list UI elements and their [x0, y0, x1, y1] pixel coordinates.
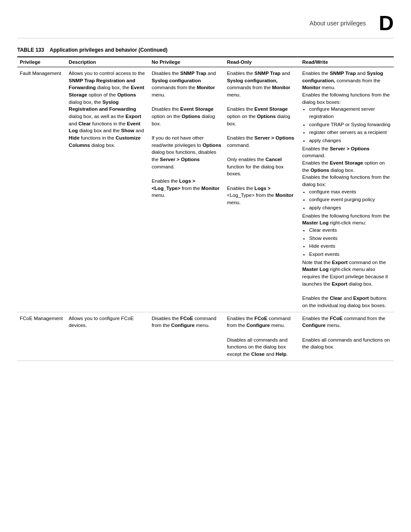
readwrite-cell-fault: Enables the SNMP Trap and Syslog configu… — [299, 67, 394, 312]
col-header-readwrite: Read/Write — [299, 57, 394, 67]
readonly-cell-fcoe: Enables the FCoE command from the Config… — [224, 312, 300, 361]
table-number: TABLE 133 — [17, 47, 44, 53]
col-header-readonly: Read-Only — [224, 57, 300, 67]
header-letter: D — [379, 13, 394, 34]
description-cell-fcoe: Allows you to configure FCoE devices. — [66, 312, 149, 361]
page-header: About user privileges D — [17, 13, 394, 38]
readwrite-bullets1-fault: configure Management server registration… — [309, 106, 391, 144]
readonly-cell-fault: Enables the SNMP Trap and Syslog configu… — [224, 67, 300, 312]
noprivilege-cell-fcoe: Disables the FCoE command from the Confi… — [149, 312, 224, 361]
col-header-description: Description — [66, 57, 149, 67]
page: About user privileges D TABLE 133 Applic… — [0, 0, 411, 532]
privilege-cell-fault: Fault Management — [17, 67, 66, 312]
noprivilege-cell-fault: Disables the SNMP Trap and Syslog config… — [149, 67, 224, 312]
readwrite-bullets3-fault: Clear events Show events Hide events Exp… — [309, 227, 391, 258]
privilege-cell-fcoe: FCoE Management — [17, 312, 66, 361]
header-title: About user privileges — [310, 20, 366, 27]
table-row: FCoE Management Allows you to configure … — [17, 312, 394, 361]
table-header-row: Privilege Description No Privilege Read-… — [17, 57, 394, 67]
readwrite-bullets2-fault: configure max events configure event pur… — [309, 188, 391, 212]
table-row: Fault Management Allows you to control a… — [17, 67, 394, 312]
privileges-table: Privilege Description No Privilege Read-… — [17, 56, 394, 361]
readwrite-cell-fcoe: Enables the FCoE command from the Config… — [299, 312, 394, 361]
table-title: Application privileges and behavior (Con… — [50, 47, 167, 53]
description-cell-fault: Allows you to control access to the SNMP… — [66, 67, 149, 312]
col-header-noprivilege: No Privilege — [149, 57, 224, 67]
col-header-privilege: Privilege — [17, 57, 66, 67]
table-caption: TABLE 133 Application privileges and beh… — [17, 47, 394, 53]
